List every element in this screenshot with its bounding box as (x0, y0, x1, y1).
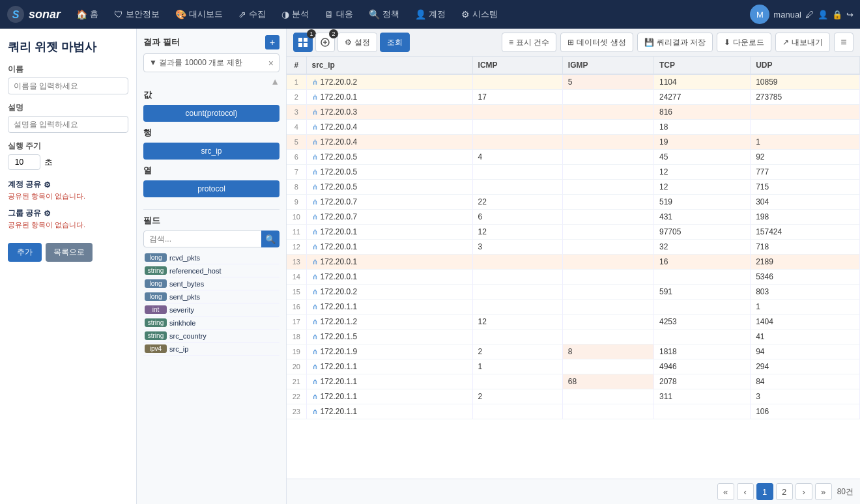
sidebar-item-policy[interactable]: 🔍 정책 (362, 6, 406, 23)
more-button[interactable]: ≡ (834, 33, 853, 52)
table-row[interactable]: 5 ⋔ 172.20.0.4 19 1 (287, 135, 860, 150)
query-button[interactable]: 조회 (380, 33, 410, 52)
table-row[interactable]: 8 ⋔ 172.20.0.5 12 715 (287, 180, 860, 195)
table-row[interactable]: 6 ⋔ 172.20.0.5 4 45 92 (287, 150, 860, 165)
sidebar-item-account[interactable]: 👤 계정 (408, 6, 452, 23)
tab2-button[interactable]: 2 (315, 33, 335, 52)
row-field-button[interactable]: src_ip (143, 143, 280, 160)
table-row[interactable]: 13 ⋔ 172.20.0.1 16 2189 (287, 255, 860, 270)
list-button[interactable]: 목록으로 (46, 243, 93, 262)
field-item[interactable]: ipv4 src_ip (143, 343, 280, 356)
logout-icon[interactable]: ↪ (846, 10, 853, 20)
sidebar-item-system[interactable]: ⚙ 시스템 (455, 6, 504, 23)
filter-remove-button[interactable]: × (268, 58, 274, 68)
value-field-button[interactable]: count(protocol) (143, 105, 280, 122)
page-2-button[interactable]: 2 (776, 483, 793, 500)
cell-udp: 10859 (751, 74, 860, 90)
save-query-button[interactable]: 💾 쿼리결과 저장 (637, 33, 713, 52)
ip-value: 172.20.0.4 (321, 122, 358, 132)
person-icon[interactable]: 👤 (818, 10, 828, 20)
add-button[interactable]: 추가 (8, 243, 42, 262)
cell-icmp: 3 (472, 240, 562, 255)
field-item[interactable]: string src_country (143, 329, 280, 343)
download-button[interactable]: ⬇ 다운로드 (717, 33, 771, 52)
desc-input[interactable] (8, 116, 128, 133)
sidebar-item-security[interactable]: 🛡 보안정보 (108, 6, 166, 23)
field-type-badge: string (145, 331, 167, 340)
cell-num: 8 (287, 180, 306, 195)
table-row[interactable]: 11 ⋔ 172.20.0.1 12 97705 157424 (287, 225, 860, 240)
cell-src-ip: ⋔ 172.20.0.1 (306, 240, 472, 255)
field-item[interactable]: long sent_bytes (143, 277, 280, 290)
table-row[interactable]: 3 ⋔ 172.20.0.3 816 (287, 105, 860, 120)
right-toolbar: 1 2 ⚙ 설정 조회 ≡ 표시 건수 (287, 29, 860, 57)
tab1-button[interactable]: 1 (293, 33, 313, 52)
name-input[interactable] (8, 77, 128, 94)
sidebar-item-collect[interactable]: ⇗ 수집 (232, 6, 272, 23)
page-last-button[interactable]: » (815, 483, 832, 500)
table-row[interactable]: 19 ⋔ 172.20.1.9 2 8 1818 94 (287, 344, 860, 359)
edit-icon[interactable]: 🖊 (805, 10, 814, 20)
col-field-button[interactable]: protocol (143, 180, 280, 197)
page-prev-button[interactable]: ‹ (737, 483, 754, 500)
ip-value: 172.20.0.1 (321, 92, 358, 102)
sidebar-item-dashboard[interactable]: 🎨 대시보드 (169, 6, 229, 23)
page-first-button[interactable]: « (717, 483, 734, 500)
lock-icon[interactable]: 🔒 (832, 10, 842, 20)
page-next-button[interactable]: › (796, 483, 812, 500)
table-row[interactable]: 23 ⋔ 172.20.1.1 106 (287, 404, 860, 419)
ip-icon: ⋔ (312, 138, 318, 147)
filter-item[interactable]: ▼ 결과를 10000 개로 제한 × (143, 53, 280, 72)
table-row[interactable]: 2 ⋔ 172.20.0.1 17 24277 273785 (287, 90, 860, 105)
nav-label-system: 시스템 (472, 8, 498, 20)
table-row[interactable]: 20 ⋔ 172.20.1.1 1 4946 294 (287, 359, 860, 374)
export-button[interactable]: ↗ 내보내기 (775, 33, 830, 52)
table-row[interactable]: 15 ⋔ 172.20.0.2 591 803 (287, 285, 860, 300)
field-search-wrap: 🔍 (143, 231, 280, 247)
table-row[interactable]: 10 ⋔ 172.20.0.7 6 431 198 (287, 210, 860, 225)
table-row[interactable]: 22 ⋔ 172.20.1.1 2 311 3 (287, 389, 860, 404)
cell-num: 1 (287, 74, 306, 90)
table-row[interactable]: 17 ⋔ 172.20.1.2 12 4253 1404 (287, 315, 860, 329)
user-avatar[interactable]: M (750, 5, 769, 24)
field-item[interactable]: string sinkhole (143, 316, 280, 329)
account-share-gear-icon[interactable]: ⚙ (44, 180, 51, 189)
page-1-button[interactable]: 1 (756, 483, 773, 500)
logo[interactable]: S sonar (7, 5, 61, 23)
cell-igmp (562, 225, 653, 240)
scroll-arrow-up[interactable]: ▲ (270, 76, 280, 87)
field-search-input[interactable] (143, 231, 280, 247)
display-count-button[interactable]: ≡ 표시 건수 (502, 33, 556, 52)
table-row[interactable]: 1 ⋔ 172.20.0.2 5 1104 10859 (287, 74, 860, 90)
table-row[interactable]: 12 ⋔ 172.20.0.1 3 32 718 (287, 240, 860, 255)
list-icon: ≡ (509, 38, 513, 47)
dataset-create-button[interactable]: ⊞ 데이터셋 생성 (560, 33, 633, 52)
filter-add-button[interactable]: + (265, 35, 280, 49)
field-item[interactable]: int severity (143, 303, 280, 316)
settings-button[interactable]: ⚙ 설정 (337, 33, 377, 52)
cell-udp: 157424 (751, 225, 860, 240)
interval-input[interactable]: 10 (8, 154, 40, 170)
table-row[interactable]: 7 ⋔ 172.20.0.5 12 777 (287, 165, 860, 180)
field-name-label: sinkhole (169, 319, 195, 327)
table-row[interactable]: 16 ⋔ 172.20.1.1 1 (287, 300, 860, 315)
sidebar-item-response[interactable]: 🖥 대응 (318, 6, 360, 23)
field-item[interactable]: string referenced_host (143, 264, 280, 277)
sidebar-item-home[interactable]: 🏠 홈 (70, 6, 105, 23)
table-row[interactable]: 14 ⋔ 172.20.0.1 5346 (287, 270, 860, 285)
sidebar-item-analyze[interactable]: ◑ 분석 (275, 6, 315, 23)
table-row[interactable]: 4 ⋔ 172.20.0.4 18 (287, 120, 860, 135)
table-row[interactable]: 18 ⋔ 172.20.1.5 41 (287, 329, 860, 344)
cell-src-ip: ⋔ 172.20.0.2 (306, 74, 472, 90)
field-item[interactable]: long rcvd_pkts (143, 251, 280, 264)
table-row[interactable]: 9 ⋔ 172.20.0.7 22 519 304 (287, 195, 860, 210)
col-header-num: # (287, 57, 306, 74)
group-share-gear-icon[interactable]: ⚙ (44, 209, 51, 218)
cell-src-ip: ⋔ 172.20.1.1 (306, 374, 472, 389)
table-row[interactable]: 21 ⋔ 172.20.1.1 68 2078 84 (287, 374, 860, 389)
cell-tcp (654, 329, 751, 344)
field-item[interactable]: long sent_pkts (143, 290, 280, 303)
name-label: 이름 (8, 64, 128, 75)
ip-value: 172.20.1.1 (321, 302, 358, 311)
field-search-button[interactable]: 🔍 (261, 231, 280, 247)
